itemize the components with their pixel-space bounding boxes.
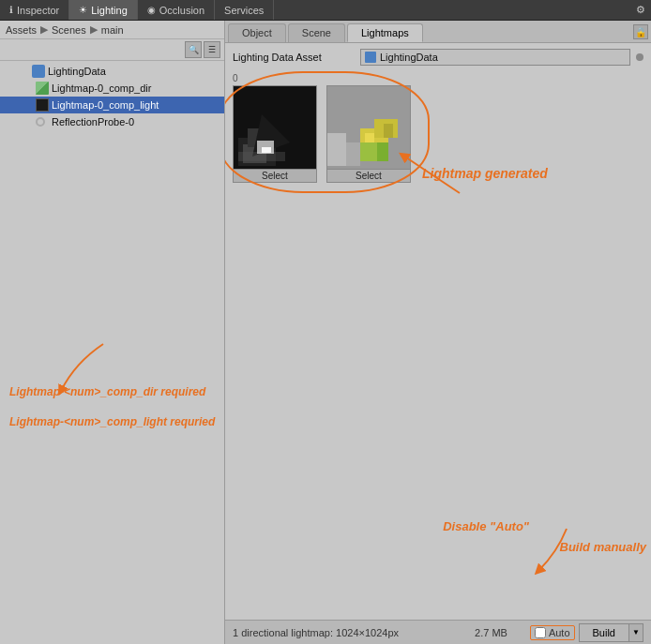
main-layout: Assets ▶ Scenes ▶ main 🔍 ☰ LightingData (0, 21, 651, 644)
tree-label-comp-light: Lightmap-0_comp_light (52, 99, 159, 111)
lightmap-select-dir[interactable]: Select (233, 170, 317, 183)
asset-field-icon (365, 52, 376, 63)
inspector-icon: ℹ (9, 5, 13, 15)
left-panel: Assets ▶ Scenes ▶ main 🔍 ☰ LightingData (0, 21, 225, 644)
tree-item-comp-light[interactable]: Lightmap-0_comp_light (0, 97, 224, 113)
occlusion-icon: ◉ (147, 5, 156, 15)
auto-checkbox[interactable] (535, 627, 546, 638)
left-panel-toolbar: 🔍 ☰ (0, 39, 224, 61)
asset-tree: LightingData Lightmap-0_comp_dir Lightma… (0, 61, 224, 644)
build-button[interactable]: Build (579, 623, 628, 642)
svg-rect-12 (377, 142, 388, 161)
lightmap-preview-dir: Select (233, 85, 317, 183)
tab-inspector[interactable]: ℹ Inspector (0, 0, 69, 20)
lightmap-select-light[interactable]: Select (326, 170, 411, 183)
annotation-disable-auto: Disable "Auto" (443, 518, 529, 535)
breadcrumb: Assets ▶ Scenes ▶ main (0, 21, 224, 39)
annotation-build-manually: Build manually (560, 539, 646, 556)
lightmap-canvas-light[interactable] (326, 85, 411, 170)
tab-lighting-label: Lighting (91, 5, 128, 16)
tree-item-reflection[interactable]: ReflectionProbe-0 (0, 113, 224, 130)
reflection-icon (36, 115, 49, 128)
tab-occlusion-label: Occlusion (159, 5, 204, 16)
svg-rect-11 (360, 142, 377, 161)
asset-field-text: LightingData (380, 52, 438, 63)
bottom-status: 1 directional lightmap: 1024×1024px (233, 627, 471, 638)
build-manually-arrow (520, 524, 595, 580)
sub-tabs: Object Scene Lightmaps 🔒 (225, 21, 651, 43)
toolbar-search-btn[interactable]: 🔍 (185, 41, 202, 58)
tab-inspector-label: Inspector (17, 5, 59, 16)
lightmap-canvas-dir[interactable] (233, 85, 317, 170)
build-dropdown[interactable]: ▼ (628, 623, 643, 642)
svg-rect-13 (365, 133, 374, 142)
tree-label-reflection: ReflectionProbe-0 (52, 116, 134, 127)
breadcrumb-main[interactable]: main (101, 24, 124, 36)
lighting-data-asset-row: Lighting Data Asset LightingData (233, 49, 643, 66)
build-btn-area: Build ▼ (579, 623, 643, 642)
svg-rect-15 (327, 133, 346, 166)
toolbar-list-btn[interactable]: ☰ (204, 41, 220, 58)
content-area: Lighting Data Asset LightingData 0 (225, 43, 651, 620)
tab-services[interactable]: Services (215, 0, 274, 20)
tab-lightmaps[interactable]: Lightmaps (347, 23, 423, 42)
lighting-data-icon (32, 65, 45, 78)
top-tab-bar: ℹ Inspector ☀ Lighting ◉ Occlusion Servi… (0, 0, 651, 21)
reflection-probe-icon (36, 117, 45, 127)
svg-rect-16 (346, 142, 360, 166)
svg-rect-14 (384, 124, 393, 138)
tab-scene[interactable]: Scene (288, 23, 345, 42)
tab-object[interactable]: Object (228, 23, 286, 42)
auto-label: Auto (549, 627, 570, 638)
asset-field[interactable]: LightingData (360, 49, 630, 66)
lightmap-index: 0 (233, 73, 643, 83)
asset-dot-button[interactable] (636, 53, 643, 61)
lightmap-light-svg (327, 86, 411, 170)
lock-button[interactable]: 🔒 (633, 24, 648, 39)
tree-arrow-lighting (20, 67, 29, 76)
tree-item-lighting-data[interactable]: LightingData (0, 63, 224, 80)
lightmap-preview-light: Select (326, 85, 411, 183)
tab-lighting[interactable]: ☀ Lighting (69, 0, 138, 20)
breadcrumb-assets[interactable]: Assets (6, 24, 37, 36)
breadcrumb-sep-1: ▶ (40, 23, 48, 36)
comp-light-icon (36, 98, 49, 112)
comp-dir-icon (36, 82, 49, 95)
tab-services-label: Services (224, 5, 264, 16)
asset-label: Lighting Data Asset (233, 52, 355, 63)
lightmap-dir-svg (234, 86, 317, 170)
svg-rect-7 (262, 147, 271, 153)
tab-occlusion[interactable]: ◉ Occlusion (138, 0, 215, 20)
breadcrumb-scenes[interactable]: Scenes (52, 24, 86, 36)
lighting-icon: ☀ (79, 5, 87, 15)
bottom-size: 2.7 MB (475, 627, 507, 638)
tree-label-lighting-data: LightingData (48, 66, 106, 77)
lightmap-previews: Select (233, 85, 643, 183)
bottom-bar: 1 directional lightmap: 1024×1024px 2.7 … (225, 620, 651, 644)
auto-checkbox-area: Auto (530, 625, 575, 640)
settings-button[interactable]: ⚙ (630, 4, 651, 16)
tree-item-comp-dir[interactable]: Lightmap-0_comp_dir (0, 80, 224, 97)
tree-label-comp-dir: Lightmap-0_comp_dir (52, 82, 151, 94)
build-controls: Auto Build ▼ (530, 623, 643, 642)
breadcrumb-sep-2: ▶ (90, 23, 98, 36)
right-panel: Object Scene Lightmaps 🔒 Lighting Data A… (225, 21, 651, 644)
